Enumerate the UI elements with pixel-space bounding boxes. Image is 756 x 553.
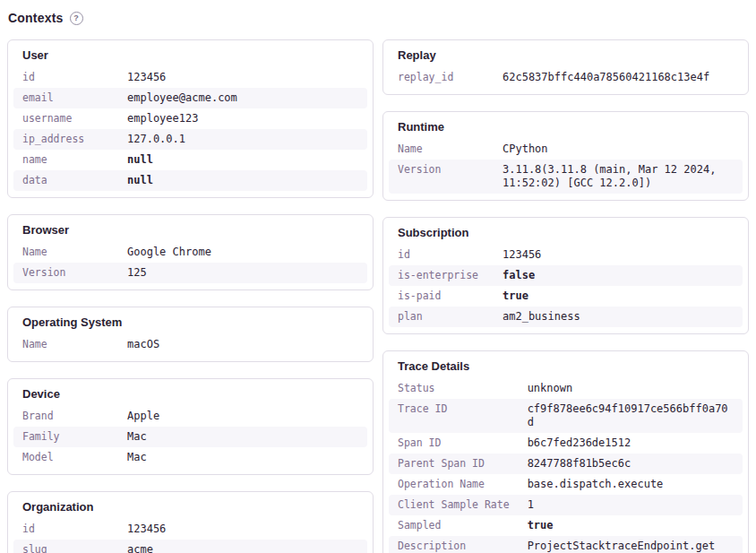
key-value-row: id123456 — [13, 519, 367, 540]
row-value: employee@acme.com — [118, 88, 367, 108]
row-value: unknown — [519, 378, 743, 399]
key-value-row: replay_id62c5837bffc440a78560421168c13e4… — [389, 67, 743, 88]
key-value-row: ip_address127.0.0.1 — [13, 129, 367, 150]
key-value-row: namenull — [13, 150, 367, 170]
row-key: id — [13, 519, 118, 540]
context-card-title: Browser — [13, 221, 367, 242]
context-card: Operating System NamemacOS — [7, 307, 374, 362]
context-card-title: Subscription — [389, 224, 743, 245]
context-column: User id123456emailemployee@acme.comusern… — [7, 39, 374, 553]
row-value: ProjectStacktraceEndpoint.get — [519, 536, 743, 553]
row-value: Apple — [118, 406, 367, 427]
row-key: id — [389, 245, 494, 265]
row-key: Brand — [13, 406, 118, 427]
key-value-row: Version125 — [13, 263, 367, 283]
key-value-row: Client Sample Rate1 — [389, 495, 743, 515]
row-value: 123456 — [118, 519, 367, 540]
row-value: b6c7fed236de1512 — [519, 433, 743, 454]
context-card-title: Runtime — [389, 118, 743, 139]
help-icon-glyph: ? — [73, 14, 79, 22]
key-value-row: NamemacOS — [13, 334, 367, 355]
row-key: replay_id — [389, 67, 494, 88]
section-title: Contexts — [8, 11, 64, 26]
key-value-row: ModelMac — [13, 447, 367, 468]
key-value-row: emailemployee@acme.com — [13, 88, 367, 108]
key-value-table: NamemacOS — [13, 334, 367, 355]
context-column: Replay replay_id62c5837bffc440a785604211… — [382, 39, 749, 553]
row-value: 62c5837bffc440a78560421168c13e4f — [494, 67, 743, 88]
row-key: slug — [13, 540, 118, 553]
row-key: Name — [389, 139, 494, 160]
key-value-row: Trace IDcf9f878ee6c94f10917ce566bff0a70d — [389, 399, 743, 433]
row-key: Span ID — [389, 433, 519, 454]
row-value: macOS — [118, 334, 367, 355]
context-card-title: Replay — [389, 47, 743, 67]
key-value-row: planam2_business — [389, 307, 743, 327]
row-key: id — [13, 67, 118, 88]
context-card: Device BrandAppleFamilyMacModelMac — [7, 378, 374, 475]
row-key: email — [13, 88, 118, 108]
key-value-row: Span IDb6c7fed236de1512 — [389, 433, 743, 454]
key-value-table: id123456emailemployee@acme.comusernameem… — [13, 67, 367, 191]
trace-id-link[interactable]: cf9f878ee6c94f10917ce566bff0a70d — [519, 399, 743, 433]
row-key: Name — [13, 242, 118, 263]
context-card: Subscription id123456is-enterprisefalsei… — [382, 217, 749, 334]
key-value-row: usernameemployee123 — [13, 108, 367, 129]
row-key: is-enterprise — [389, 265, 494, 286]
key-value-row: Version3.11.8(3.11.8 (main, Mar 12 2024,… — [389, 160, 743, 194]
key-value-row: is-enterprisefalse — [389, 265, 743, 286]
contexts-section-header: Contexts ? — [7, 11, 749, 26]
key-value-row: id123456 — [389, 245, 743, 265]
row-value: acme — [118, 540, 367, 553]
key-value-table: id123456is-enterprisefalseis-paidtruepla… — [389, 245, 743, 327]
key-value-row: BrandApple — [13, 406, 367, 427]
row-value: Mac — [118, 447, 367, 468]
row-value: false — [494, 265, 743, 286]
row-value: 127.0.0.1 — [118, 129, 367, 150]
row-value: 123456 — [494, 245, 743, 265]
key-value-row: Sampledtrue — [389, 515, 743, 536]
context-card-title: Device — [13, 385, 367, 406]
row-value: CPython — [494, 139, 743, 160]
key-value-row: DescriptionProjectStacktraceEndpoint.get — [389, 536, 743, 553]
row-key: data — [13, 170, 118, 191]
key-value-table: NameGoogle ChromeVersion125 — [13, 242, 367, 283]
context-card: Replay replay_id62c5837bffc440a785604211… — [382, 39, 749, 95]
row-value: 3.11.8(3.11.8 (main, Mar 12 2024, 11:52:… — [494, 160, 743, 194]
row-key: Version — [13, 263, 118, 283]
row-value: 125 — [118, 263, 367, 283]
help-icon[interactable]: ? — [70, 12, 83, 25]
context-card-title: User — [13, 47, 367, 67]
row-key: Sampled — [389, 515, 519, 536]
row-key: Model — [13, 447, 118, 468]
row-key: Description — [389, 536, 519, 553]
key-value-table: StatusunknownTrace IDcf9f878ee6c94f10917… — [389, 378, 743, 553]
row-key: name — [13, 150, 118, 170]
key-value-row: NameGoogle Chrome — [13, 242, 367, 263]
row-key: Parent Span ID — [389, 454, 519, 474]
context-card: Runtime NameCPythonVersion3.11.8(3.11.8 … — [382, 111, 749, 201]
context-columns: User id123456emailemployee@acme.comusern… — [7, 39, 749, 553]
row-value: base.dispatch.execute — [519, 474, 743, 495]
row-value: 1 — [519, 495, 743, 515]
context-card: Trace Details StatusunknownTrace IDcf9f8… — [382, 350, 749, 553]
context-card: Browser NameGoogle ChromeVersion125 — [7, 214, 374, 290]
context-card: User id123456emailemployee@acme.comusern… — [7, 39, 374, 198]
row-value: null — [118, 150, 367, 170]
row-key: Status — [389, 378, 519, 399]
row-key: plan — [389, 307, 494, 327]
row-value: true — [519, 515, 743, 536]
key-value-row: id123456 — [13, 67, 367, 88]
row-key: Trace ID — [389, 399, 519, 433]
row-key: Client Sample Rate — [389, 495, 519, 515]
row-key: is-paid — [389, 286, 494, 307]
key-value-row: datanull — [13, 170, 367, 191]
row-value: 123456 — [118, 67, 367, 88]
row-key: Name — [13, 334, 118, 355]
key-value-table: NameCPythonVersion3.11.8(3.11.8 (main, M… — [389, 139, 743, 194]
row-value: employee123 — [118, 108, 367, 129]
key-value-row: FamilyMac — [13, 427, 367, 447]
row-key: Operation Name — [389, 474, 519, 495]
key-value-row: slugacme — [13, 540, 367, 553]
key-value-row: NameCPython — [389, 139, 743, 160]
